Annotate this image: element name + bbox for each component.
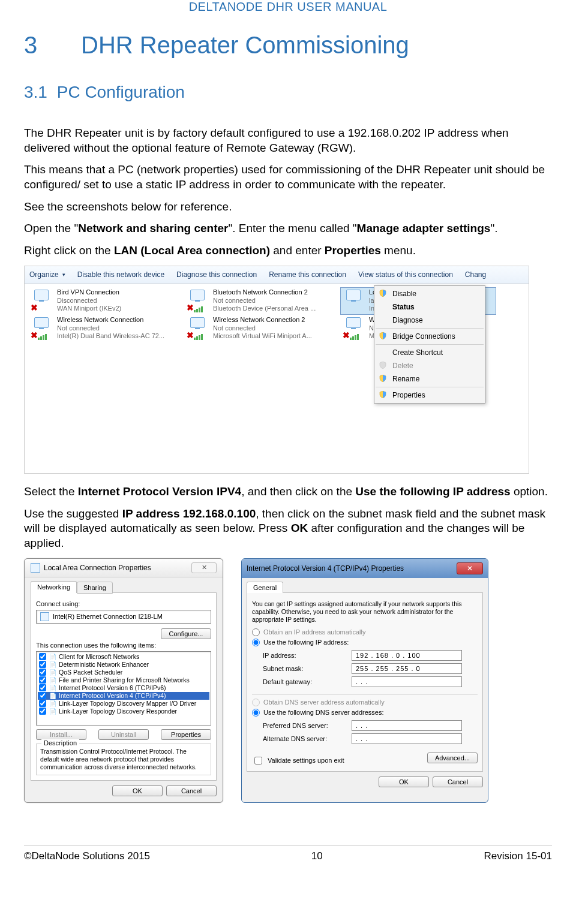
connection-device: Microsoft Virtual WiFi Miniport A... <box>213 332 312 341</box>
footer-page-number: 10 <box>311 850 323 862</box>
protocol-checkbox[interactable] <box>39 684 46 691</box>
toolbar-change[interactable]: Chang <box>465 270 486 279</box>
protocol-icon: 📄 <box>49 684 56 692</box>
connection-item[interactable]: ✖Wireless Network ConnectionNot connecte… <box>28 315 184 342</box>
protocol-icon: 📄 <box>49 692 56 700</box>
organize-menu[interactable]: Organize <box>29 270 65 279</box>
protocol-listbox[interactable]: 📄Client for Microsoft Networks📄Determini… <box>36 651 211 726</box>
ctx-properties[interactable]: Properties <box>376 389 484 402</box>
connection-title: Bluetooth Network Connection 2 <box>213 288 316 297</box>
paragraph-2: This means that a PC (network properties… <box>24 162 552 192</box>
tab-sharing[interactable]: Sharing <box>77 582 113 594</box>
ok-button[interactable]: OK <box>112 785 163 796</box>
protocol-checkbox[interactable] <box>39 700 46 707</box>
protocol-label: Deterministic Network Enhancer <box>59 661 149 668</box>
preferred-dns-field[interactable]: . . . <box>352 720 462 731</box>
ctx-diagnose[interactable]: Diagnose <box>376 314 484 327</box>
connection-device: WAN Miniport (IKEv2) <box>57 305 121 313</box>
connection-item[interactable]: ✖Wireless Network Connection 2Not connec… <box>184 315 340 342</box>
protocol-checkbox[interactable] <box>39 692 46 699</box>
connection-status: Not connected <box>57 324 164 333</box>
cancel-button[interactable]: Cancel <box>433 776 483 787</box>
protocol-item[interactable]: 📄File and Printer Sharing for Microsoft … <box>38 676 209 684</box>
ip-address-field[interactable]: 192 . 168 . 0 . 100 <box>352 650 462 661</box>
protocol-item[interactable]: 📄Deterministic Network Enhancer <box>38 661 209 669</box>
properties-button[interactable]: Properties <box>161 729 211 740</box>
validate-checkbox[interactable] <box>254 757 262 765</box>
configure-button[interactable]: Configure... <box>161 628 211 639</box>
protocol-checkbox[interactable] <box>39 669 46 676</box>
protocol-item[interactable]: 📄Internet Protocol Version 4 (TCP/IPv4) <box>38 692 209 700</box>
ctx-rename[interactable]: Rename <box>376 372 484 386</box>
toolbar-disable-device[interactable]: Disable this network device <box>77 270 164 279</box>
footer-copyright: ©DeltaNode Solutions 2015 <box>24 850 150 862</box>
ipv4-properties-dialog: Internet Protocol Version 4 (TCP/IPv4) P… <box>241 558 488 803</box>
radio-input[interactable] <box>252 709 260 717</box>
chapter-number: 3 <box>24 32 81 59</box>
cancel-button[interactable]: Cancel <box>166 785 217 796</box>
protocol-icon: 📄 <box>49 669 56 676</box>
toolbar-diagnose[interactable]: Diagnose this connection <box>176 270 257 279</box>
connect-using-label: Connect using: <box>36 600 211 607</box>
subnet-mask-label: Subnet mask: <box>263 665 347 672</box>
radio-input[interactable] <box>252 628 260 636</box>
install-button[interactable]: Install... <box>36 729 86 740</box>
connection-item[interactable]: ✖Bird VPN ConnectionDisconnectedWAN Mini… <box>28 287 184 315</box>
validate-checkbox-row[interactable]: Validate settings upon exit <box>252 755 344 766</box>
protocol-checkbox[interactable] <box>39 653 46 660</box>
uninstall-button[interactable]: Uninstall <box>98 729 149 740</box>
doc-header: DELTANODE DHR USER MANUAL <box>24 0 552 14</box>
tab-general[interactable]: General <box>247 582 283 593</box>
ctx-status[interactable]: Status <box>376 300 484 314</box>
alternate-dns-field[interactable]: . . . <box>352 733 462 744</box>
paragraph-7: Use the suggested IP address 192.168.0.1… <box>24 507 552 551</box>
radio-use-following-ip[interactable]: Use the following IP address: <box>252 639 478 646</box>
network-icon <box>31 563 40 573</box>
connection-item[interactable]: ✖Bluetooth Network Connection 2Not conne… <box>184 287 340 315</box>
alternate-dns-label: Alternate DNS server: <box>263 735 347 742</box>
advanced-button[interactable]: Advanced... <box>427 753 478 763</box>
protocol-item[interactable]: 📄QoS Packet Scheduler <box>38 669 209 676</box>
protocol-icon: 📄 <box>49 653 56 661</box>
ctx-create-shortcut[interactable]: Create Shortcut <box>376 346 484 359</box>
protocol-item[interactable]: 📄Link-Layer Topology Discovery Responder <box>38 708 209 715</box>
ctx-delete: Delete <box>376 359 484 372</box>
connection-status: Disconnected <box>57 297 121 305</box>
ctx-bridge[interactable]: Bridge Connections <box>376 330 484 343</box>
radio-input[interactable] <box>252 639 260 646</box>
protocol-label: Internet Protocol Version 4 (TCP/IPv4) <box>59 692 166 699</box>
tab-networking[interactable]: Networking <box>31 581 77 593</box>
protocol-item[interactable]: 📄Internet Protocol Version 6 (TCP/IPv6) <box>38 684 209 692</box>
dialog-titlebar: Internet Protocol Version 4 (TCP/IPv4) P… <box>242 559 488 578</box>
connection-icon <box>341 288 365 314</box>
protocol-label: Client for Microsoft Networks <box>59 653 139 660</box>
radio-use-following-dns[interactable]: Use the following DNS server addresses: <box>252 709 478 717</box>
paragraph-5: Right click on the LAN (Local Area conne… <box>24 243 552 258</box>
ok-button[interactable]: OK <box>379 776 429 787</box>
context-menu: Disable Status Diagnose Bridge Connectio… <box>374 285 485 404</box>
connection-icon: ✖ <box>29 316 53 341</box>
protocol-checkbox[interactable] <box>39 676 46 684</box>
ctx-disable[interactable]: Disable <box>376 287 484 300</box>
toolbar-rename[interactable]: Rename this connection <box>269 270 346 279</box>
protocol-checkbox[interactable] <box>39 661 46 668</box>
protocol-item[interactable]: 📄Link-Layer Topology Discovery Mapper I/… <box>38 700 209 708</box>
protocol-checkbox[interactable] <box>39 708 46 715</box>
close-button[interactable]: ✕ <box>457 562 483 574</box>
chapter-heading: 3 DHR Repeater Commissioning <box>24 32 552 59</box>
toolbar-view-status[interactable]: View status of this connection <box>358 270 453 279</box>
close-button[interactable]: ✕ <box>191 562 217 573</box>
gateway-field[interactable]: . . . <box>352 676 462 687</box>
section-number: 3.1 <box>24 83 47 101</box>
connection-icon: ✖ <box>185 316 209 341</box>
description-label: Description <box>41 739 79 747</box>
protocol-icon: 📄 <box>49 676 56 684</box>
network-connections-screenshot: Organize Disable this network device Dia… <box>24 266 529 474</box>
protocol-label: QoS Packet Scheduler <box>59 669 122 676</box>
connection-status: Not connected <box>213 324 312 333</box>
dialog-title: Local Area Connection Properties <box>44 564 151 572</box>
radio-obtain-ip-auto[interactable]: Obtain an IP address automatically <box>252 628 478 636</box>
subnet-mask-field[interactable]: 255 . 255 . 255 . 0 <box>352 663 462 674</box>
protocol-item[interactable]: 📄Client for Microsoft Networks <box>38 653 209 661</box>
footer-revision: Revision 15-01 <box>484 850 552 862</box>
